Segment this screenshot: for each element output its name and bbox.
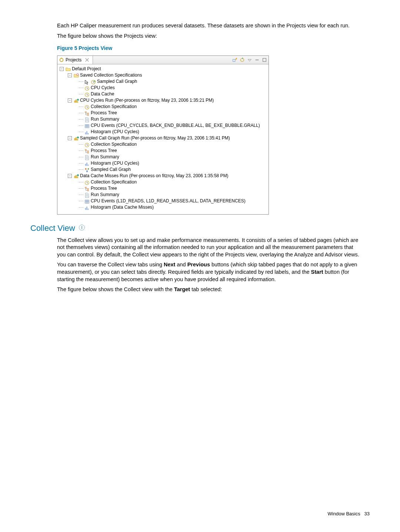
tree-item-label: Run Summary [91,154,119,160]
tree-saved-collection-specs[interactable]: − Saved Collection Specifications [58,72,268,78]
refresh-icon[interactable] [240,57,245,63]
svg-rect-15 [85,124,89,128]
page-icon [84,155,90,159]
svg-point-0 [60,58,63,62]
collect-paragraph-3: The figure below shows the Collect view … [57,286,361,293]
tree-run-child[interactable]: Process Tree [58,148,268,154]
svg-rect-32 [85,187,87,188]
tree-saved-spec-item[interactable]: CPU Cycles [58,85,268,91]
expander-icon[interactable]: − [68,174,72,178]
histo-icon [84,130,90,134]
tree-run-child[interactable]: Histogram (CPU Cycles) [58,160,268,166]
svg-rect-33 [87,188,89,189]
collect-paragraph-2: You can traverse the Collect view tabs u… [57,261,361,283]
close-tab-icon[interactable] [84,57,90,63]
tree-item-label: Collection Specification [91,141,137,148]
collect-view-heading-text: Collect View [30,223,75,233]
svg-rect-16 [85,132,86,134]
svg-rect-1 [61,58,62,59]
svg-rect-26 [88,164,89,166]
tree-saved-spec-item[interactable]: Data Cache [58,91,268,97]
clock-icon [84,92,90,97]
tree-run-node[interactable]: − CPU Cycles Run (Per-process on fitzroy… [58,97,268,104]
next-label: Next [164,262,175,267]
svg-rect-36 [85,208,86,210]
tree-item-label: Process Tree [91,110,117,116]
start-label: Start [311,269,323,275]
ptree-icon [84,186,90,191]
tree-run-child[interactable]: Collection Specification [58,104,268,110]
panel-toolbar [232,57,269,63]
tree-run-child[interactable]: Run Summary [58,192,268,198]
svg-point-19 [77,136,79,138]
minimize-icon[interactable] [254,57,260,63]
svg-rect-21 [85,149,87,150]
tree-item-label: Histogram (CPU Cycles) [91,129,139,135]
svg-rect-4 [256,60,259,60]
expander-icon[interactable]: − [68,98,72,102]
svg-rect-37 [86,206,87,210]
svg-rect-13 [87,113,89,114]
clock-icon [84,86,90,90]
target-label: Target [174,286,190,292]
clock-icon [84,105,90,109]
svg-rect-5 [263,58,266,62]
clock-icon [84,180,90,185]
tree-item-label: Sampled Call Graph [91,166,131,173]
tree-run-child[interactable]: CPU Events (CPU_CYCLES, BACK_END_BUBBLE.… [58,122,268,129]
collect-view-heading: Collect View [30,223,370,234]
tree-run-child[interactable]: Run Summary [58,116,268,122]
svg-point-27 [85,168,87,169]
projects-tab[interactable]: Projects [57,56,93,64]
page-icon [84,193,90,197]
tree-run-node[interactable]: − Sampled Call Graph Run (Per-process on… [58,135,268,141]
tree-root-default-project[interactable]: − Default Project [58,66,268,72]
tree-run-child[interactable]: Sampled Call Graph [58,166,268,173]
projects-tab-label: Projects [66,57,81,63]
intro-paragraph-2: The figure below shows the Projects view… [57,33,361,40]
svg-rect-2 [233,59,235,61]
projects-tab-icon [59,57,64,63]
tree-run-child[interactable]: Process Tree [58,110,268,116]
tree-run-child[interactable]: Collection Specification [58,179,268,185]
collapse-all-icon[interactable] [232,57,237,63]
svg-rect-14 [87,114,89,115]
ptree-icon [84,149,90,153]
tree-item-label: CPU Events (L1D_READS, L1D_READ_MISSES.A… [91,198,246,204]
tree-run-child[interactable]: Run Summary [58,154,268,160]
tree-run-child[interactable]: Histogram (CPU Cycles) [58,129,268,135]
tree-run-node[interactable]: − Data Cache Misses Run (Per-process on … [58,173,268,179]
projects-tree: − Default Project − Saved Collection Spe… [57,64,269,214]
tree-run-child[interactable]: Collection Specification [58,141,268,148]
cursor-icon [84,80,90,84]
ptree-icon [84,111,90,115]
tree-item-label: Saved Collection Specifications [80,72,142,78]
svg-rect-25 [86,162,87,166]
svg-rect-38 [88,208,89,210]
run-icon [74,98,79,103]
svg-point-10 [77,98,79,100]
clock-icon [84,142,90,147]
projects-view-panel: Projects − [57,55,269,215]
view-menu-icon[interactable] [247,57,252,63]
page-footer: Window Basics 33 [328,511,370,517]
tree-saved-spec-item[interactable]: Sampled Call Graph [58,78,268,85]
specFolder-icon [74,73,79,78]
intro-paragraph-1: Each HP Caliper measurement run produces… [57,22,361,30]
maximize-icon[interactable] [262,57,267,63]
tree-item-label: Run Summary [91,116,119,122]
tree-run-child[interactable]: Histogram (Data Cache Misses) [58,204,268,211]
svg-point-6 [77,73,79,75]
expander-icon[interactable]: − [68,136,72,140]
expander-icon[interactable]: − [68,73,72,77]
svg-rect-23 [87,152,89,153]
callg-icon [84,168,90,172]
tree-item-label: Collection Specification [91,179,137,185]
svg-point-30 [77,174,79,176]
tree-run-child[interactable]: CPU Events (L1D_READS, L1D_READ_MISSES.A… [58,198,268,204]
tree-item-label: Data Cache [91,91,114,97]
folder-icon [66,67,71,71]
tree-item-label: Default Project [72,66,101,72]
expander-icon[interactable]: − [60,67,64,71]
tree-run-child[interactable]: Process Tree [58,185,268,192]
